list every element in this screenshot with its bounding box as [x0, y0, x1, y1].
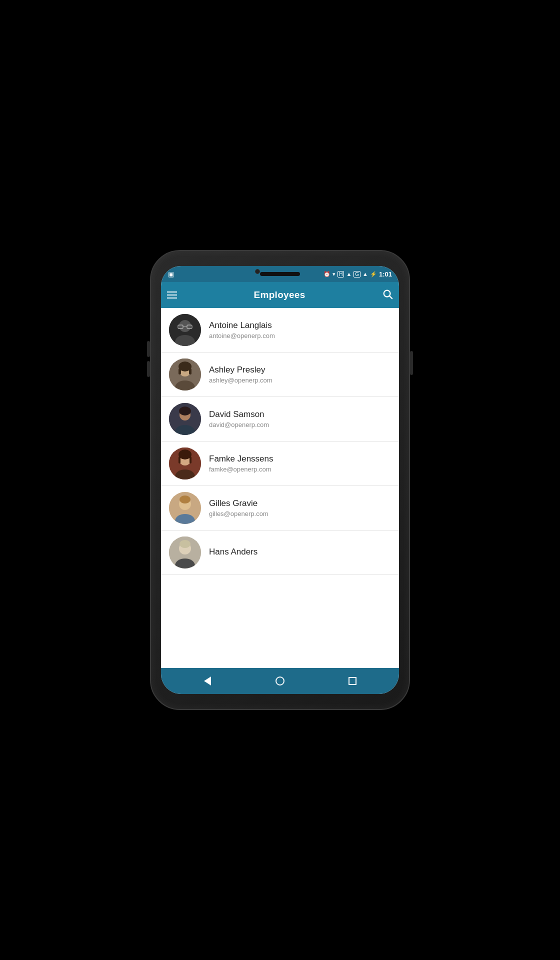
employee-name: Gilles Gravie — [209, 498, 268, 508]
employee-info: David Samson david@openerp.com — [209, 410, 269, 428]
employee-email: antoine@openerp.com — [209, 332, 275, 340]
list-item[interactable]: David Samson david@openerp.com — [161, 397, 399, 442]
employee-name: Hans Anders — [209, 547, 258, 557]
employee-info: Famke Jenssens famke@openerp.com — [209, 454, 274, 473]
list-item[interactable]: Antoine Langlais antoine@openerp.com — [161, 308, 399, 352]
list-item[interactable]: Hans Anders — [161, 530, 399, 575]
employee-email: famke@openerp.com — [209, 466, 274, 473]
home-icon — [276, 676, 284, 686]
svg-point-27 — [180, 496, 190, 504]
svg-point-17 — [179, 406, 191, 416]
android-notification-icon: ▣ — [168, 270, 174, 278]
phone-camera — [255, 269, 260, 274]
employee-email: gilles@openerp.com — [209, 510, 268, 518]
battery-icon: ⚡ — [370, 271, 377, 278]
alarm-icon: ⏰ — [324, 271, 330, 278]
time-display: 1:01 — [379, 270, 392, 278]
avatar — [169, 314, 201, 346]
employee-info: Hans Anders — [209, 547, 258, 558]
avatar — [169, 358, 201, 390]
employee-info: Antoine Langlais antoine@openerp.com — [209, 320, 275, 340]
search-button[interactable] — [382, 288, 393, 302]
power-button — [410, 351, 413, 375]
list-item[interactable]: Gilles Gravie gilles@openerp.com — [161, 486, 399, 530]
back-icon — [204, 676, 211, 686]
phone-screen: ▣ ⏰ ▾ H ▲ G ▲ ⚡ 1:01 Employees — [161, 266, 399, 694]
app-title: Employees — [254, 290, 305, 300]
employee-email: ashley@openerp.com — [209, 376, 272, 384]
svg-rect-13 — [189, 368, 192, 374]
signal-bar-icon: ▲ — [346, 271, 352, 277]
svg-point-31 — [180, 540, 190, 548]
avatar — [169, 403, 201, 435]
phone-device: ▣ ⏰ ▾ H ▲ G ▲ ⚡ 1:01 Employees — [150, 250, 410, 710]
svg-rect-22 — [178, 456, 180, 464]
nav-bar — [161, 668, 399, 694]
employee-name: Antoine Langlais — [209, 320, 275, 330]
svg-line-1 — [390, 296, 392, 298]
employee-name: Famke Jenssens — [209, 454, 274, 464]
recents-icon — [348, 677, 356, 685]
employee-email: david@openerp.com — [209, 421, 269, 428]
employee-name: David Samson — [209, 410, 269, 420]
status-right: ⏰ ▾ H ▲ G ▲ ⚡ 1:01 — [324, 270, 392, 278]
svg-point-3 — [179, 320, 191, 332]
employee-name: Ashley Presley — [209, 365, 272, 375]
wifi-icon: ▾ — [332, 271, 336, 278]
list-item[interactable]: Famke Jenssens famke@openerp.com — [161, 442, 399, 486]
home-button[interactable] — [270, 671, 290, 691]
signal-h-icon: H — [338, 271, 344, 278]
avatar — [169, 492, 201, 524]
phone-speaker — [260, 272, 300, 276]
back-button[interactable] — [198, 671, 218, 691]
employee-list: Antoine Langlais antoine@openerp.com — [161, 308, 399, 668]
signal-g-icon: G — [354, 271, 360, 278]
employee-info: Ashley Presley ashley@openerp.com — [209, 365, 272, 384]
status-left: ▣ — [168, 270, 174, 278]
volume-buttons — [147, 341, 150, 377]
svg-rect-12 — [178, 368, 181, 374]
avatar — [169, 536, 201, 568]
recents-button[interactable] — [342, 671, 362, 691]
list-item[interactable]: Ashley Presley ashley@openerp.com — [161, 352, 399, 397]
employee-info: Gilles Gravie gilles@openerp.com — [209, 498, 268, 518]
signal-bar2-icon: ▲ — [362, 271, 368, 277]
app-bar: Employees — [161, 282, 399, 308]
avatar — [169, 448, 201, 480]
menu-button[interactable] — [167, 292, 177, 298]
svg-rect-23 — [190, 456, 192, 464]
